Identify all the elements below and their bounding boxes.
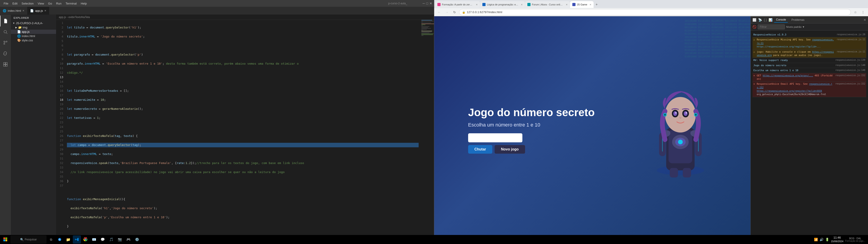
taskbar-icon-7[interactable]: 🎵 — [107, 236, 115, 244]
explorer-icon[interactable] — [0, 16, 11, 26]
taskbar-file-explorer[interactable]: 📁 — [64, 236, 72, 244]
taskbar-search[interactable]: 🔍 Pesquisar — [10, 236, 46, 244]
battery-icon[interactable]: 🔋 — [825, 238, 829, 241]
sidebar-file-style-css[interactable]: 🎨 style.css — [11, 38, 56, 42]
taskbar-chrome[interactable] — [81, 236, 90, 244]
back-button[interactable]: ← — [436, 9, 442, 16]
game-subtitle: Escolha um número entre 1 e 10 — [468, 122, 595, 128]
game-number-input[interactable] — [468, 133, 522, 142]
sidebar-file-app-js[interactable]: 📄 app.js — [11, 30, 56, 34]
forward-button[interactable]: → — [444, 9, 450, 16]
game-input-area: Chutar Novo jogo — [468, 133, 595, 154]
error-link[interactable]: https://responsivevoice.org/proxy/... — [763, 74, 813, 77]
search-icon[interactable] — [0, 26, 11, 37]
sidebar-folder-root[interactable]: ▼ JS-CURSO-2-AULA- — [11, 21, 56, 25]
devtools-tab-console[interactable]: Console — [774, 17, 788, 23]
chevron-down-icon: ▼ — [13, 22, 15, 24]
code-text[interactable]: let titulo = document.querySelector('h1'… — [65, 20, 421, 239]
browser-tab-formacao[interactable]: Formação: A partir do zero inicio... ✕ — [435, 1, 480, 8]
devtools-toolbar: ⬜ 📡 { } 📊 Console Problemas ✕ — [751, 16, 868, 24]
menu-terminal[interactable]: Terminal — [64, 1, 79, 6]
browser-tab-close[interactable]: ✕ — [476, 3, 477, 6]
rv-link2[interactable]: https://responsivevoice.org — [757, 51, 834, 57]
browser-tab-forum[interactable]: Forum | Alura - Curso online do... ✕ — [525, 1, 570, 8]
extension-button[interactable]: ⋮ — [860, 9, 866, 16]
search-bar[interactable]: p-curso-2-aula_ — [375, 1, 421, 6]
menu-help[interactable]: Help — [79, 1, 89, 6]
tab-app-js[interactable]: 📄 app.js ✕ — [27, 7, 49, 15]
browser-tab-logica[interactable]: Lógica de programação: explori... ✕ — [480, 1, 525, 8]
taskbar-icon-6[interactable]: 💬 — [98, 236, 107, 244]
menu-edit[interactable]: Edit — [11, 1, 19, 6]
warning-icon: ⚠ — [753, 38, 755, 48]
tab-favicon — [437, 3, 440, 6]
tab-close-icon[interactable]: ✕ — [22, 9, 24, 12]
console-filter-input[interactable] — [758, 24, 785, 29]
taskbar-icon-8[interactable]: 📷 — [116, 236, 124, 244]
devtools-icon-sources[interactable]: { } — [764, 18, 767, 22]
taskbar-icon-5[interactable]: 📧 — [90, 236, 98, 244]
code-editor[interactable]: 1 2 3 4 5 6 7 8 9 10 11 12 13 14 — [56, 20, 434, 239]
taskbar-task-view[interactable]: ⧉ — [47, 236, 55, 244]
clear-console-icon[interactable]: 🚫 — [752, 25, 756, 29]
taskbar-icon-10[interactable]: ⚙️ — [133, 236, 141, 244]
log-entry-title: Jogo do número secreto responsivevoice.j… — [752, 63, 866, 68]
chutar-button[interactable]: Chutar — [468, 145, 493, 154]
new-tab-button[interactable]: + — [594, 2, 599, 7]
log-entry-warning2: ⚠ jogo: Habilite o console e clique em h… — [752, 50, 866, 58]
extensions-icon[interactable] — [0, 59, 11, 70]
sidebar-title: EXPLORER — [11, 15, 56, 21]
browser-tab-close[interactable]: ✕ — [521, 3, 523, 6]
network-icon[interactable]: 📶 — [814, 238, 818, 241]
clock[interactable]: 11:46 15/06/2024 — [831, 236, 843, 243]
taskbar-icon-9[interactable]: 🎮 — [124, 236, 132, 244]
log-entry-error2: ✕ ResponsiveVoice Email API key. See res… — [752, 82, 866, 97]
bookmark-button[interactable]: ☆ — [852, 9, 859, 16]
svg-point-0 — [4, 30, 6, 33]
taskbar-edge[interactable] — [56, 236, 64, 244]
menu-go[interactable]: Go — [46, 1, 54, 6]
tab-index-html[interactable]: 🌐 index.html ✕ — [0, 7, 27, 15]
sidebar-file-index-html[interactable]: 🌐 index.html — [11, 34, 56, 38]
devtools-tab-problems[interactable]: Problemas — [789, 18, 806, 22]
novo-jogo-button[interactable]: Novo jogo — [495, 145, 525, 154]
svg-rect-6 — [6, 63, 7, 64]
svg-point-15 — [678, 140, 683, 144]
sidebar-folder-img[interactable]: ▶ 📁 img — [11, 25, 56, 30]
devtools-icon-performance[interactable]: 📊 — [769, 18, 772, 22]
source-control-icon[interactable] — [0, 37, 11, 48]
tab-favicon — [572, 3, 576, 6]
svg-point-29 — [686, 112, 687, 114]
taskbar-vscode[interactable] — [73, 236, 81, 244]
activity-bar — [0, 15, 11, 244]
devtools-close-icon[interactable]: ✕ — [864, 18, 866, 22]
reload-button[interactable]: ↻ — [452, 9, 458, 16]
svg-rect-36 — [3, 238, 5, 239]
minimize-icon[interactable]: ─ — [423, 2, 425, 5]
browser-tab-close[interactable]: ✕ — [590, 3, 591, 6]
start-button[interactable] — [1, 236, 10, 244]
rv-link[interactable]: responsivevoice.js:11 — [757, 38, 834, 44]
browser-tab-close[interactable]: ✕ — [566, 3, 567, 6]
game-title: Jogo do número secreto — [468, 106, 595, 119]
devtools-icon-network[interactable]: 📡 — [758, 18, 762, 22]
devtools-icon-elements[interactable]: ⬜ — [752, 18, 756, 22]
svg-point-28 — [675, 112, 677, 114]
menu-run[interactable]: Run — [54, 1, 63, 6]
svg-rect-5 — [4, 63, 5, 64]
menu-file[interactable]: File — [2, 1, 10, 6]
svg-rect-38 — [3, 240, 5, 241]
address-bar[interactable]: 🔒 127.0.0.1:62797/index.html — [459, 9, 851, 16]
browser-content: 10110100 01101001 01100101 00110010 0110… — [434, 16, 868, 244]
menu-selection[interactable]: Selection — [20, 1, 35, 6]
volume-icon[interactable]: 🔊 — [819, 238, 824, 241]
tab-close-icon[interactable]: ✕ — [44, 9, 46, 12]
error-link3[interactable]: https://responsivevoice.org/register/?gc… — [757, 90, 822, 92]
address-text: 127.0.0.1:62797/index.html — [467, 10, 502, 14]
menu-view[interactable]: View — [36, 1, 46, 6]
browser-tab-game[interactable]: JS Game ✕ — [570, 1, 594, 8]
debug-icon[interactable] — [0, 48, 11, 59]
error-link2[interactable]: responsivevoice.js:152 — [757, 83, 832, 89]
maximize-icon[interactable]: □ — [426, 2, 428, 5]
close-icon[interactable]: ✕ — [430, 2, 432, 5]
